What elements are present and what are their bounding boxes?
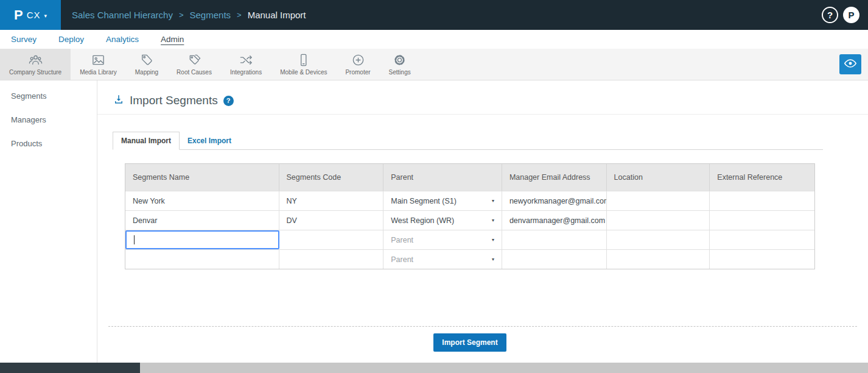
cell-segments-code[interactable]: [279, 230, 384, 249]
dropdown-caret-icon: ▾: [492, 237, 494, 243]
breadcrumb-item[interactable]: Sales Channel Hierarchy: [72, 10, 173, 20]
breadcrumb-current: Manual Import: [248, 10, 306, 20]
cell-manager-email[interactable]: denvarmanager@gmail.com: [502, 211, 607, 230]
bottom-strip-gray: [140, 363, 868, 373]
breadcrumb-item[interactable]: Segments: [190, 10, 231, 20]
eye-icon: [844, 57, 857, 72]
nav-item-survey[interactable]: Survey: [11, 35, 37, 44]
parent-placeholder: Parent: [391, 255, 413, 264]
table-row: Parent ▾: [125, 230, 814, 249]
cell-location[interactable]: [607, 250, 710, 269]
mapping-icon: [139, 53, 153, 67]
cell-manager-email[interactable]: [502, 230, 607, 249]
parent-value: Main Segment (S1): [391, 197, 457, 205]
toolbar-item-mobile-devices[interactable]: Mobile & Devices: [271, 49, 336, 80]
cell-segments-code[interactable]: [279, 250, 384, 269]
sidebar-item-managers[interactable]: Managers: [0, 108, 97, 132]
cell-manager-email[interactable]: [502, 250, 607, 269]
table-row: New York NY Main Segment (S1) ▾ newyorkm…: [125, 191, 814, 210]
nav-item-admin[interactable]: Admin: [161, 35, 184, 44]
column-header-external-reference: External Reference: [710, 164, 814, 191]
cell-segments-name[interactable]: Denvar: [125, 211, 279, 230]
nav-item-analytics[interactable]: Analytics: [106, 35, 139, 44]
form-actions: Import Segment: [125, 333, 815, 352]
cell-external-reference[interactable]: [710, 211, 814, 230]
cell-segments-code[interactable]: DV: [279, 211, 384, 230]
breadcrumb-separator: >: [179, 10, 184, 20]
toolbar-item-label: Mapping: [135, 69, 158, 76]
text-cursor: [134, 235, 135, 244]
promoter-icon: [351, 53, 365, 67]
bottom-strip-dark: [0, 363, 140, 373]
cell-manager-email[interactable]: newyorkmanager@gmail.com: [502, 191, 607, 210]
cell-location[interactable]: [607, 211, 710, 230]
product-name: CX: [27, 10, 41, 20]
dropdown-caret-icon: ▾: [492, 218, 494, 223]
column-header-manager-email: Manager Email Address: [502, 164, 607, 191]
segments-import-table: Segments Name Segments Code Parent Manag…: [125, 163, 815, 269]
admin-toolbar: Company Structure Media Library Mapping: [0, 49, 868, 80]
cell-parent-dropdown[interactable]: West Region (WR) ▾: [383, 211, 502, 230]
cell-parent-dropdown[interactable]: Parent ▾: [383, 230, 502, 249]
section-divider: [108, 326, 857, 327]
toolbar-item-label: Media Library: [80, 69, 117, 76]
cell-location[interactable]: [607, 191, 710, 210]
toolbar-item-label: Company Structure: [9, 69, 61, 76]
product-switcher[interactable]: P CX ▾: [0, 0, 61, 30]
cell-segments-name[interactable]: [125, 250, 279, 269]
page-bottom-strip: [0, 363, 868, 373]
table-row: Denvar DV West Region (WR) ▾ denvarmanag…: [125, 210, 814, 230]
page-body: Segments Managers Products Import Segmen…: [0, 80, 868, 363]
topbar-actions: ? P: [822, 7, 859, 23]
cell-external-reference[interactable]: [710, 230, 814, 249]
preview-button[interactable]: [839, 54, 861, 74]
breadcrumb: Sales Channel Hierarchy > Segments > Man…: [72, 10, 306, 20]
cell-parent-dropdown[interactable]: Parent ▾: [383, 250, 502, 269]
title-help-icon[interactable]: ?: [223, 96, 234, 106]
breadcrumb-separator: >: [237, 10, 242, 20]
tab-manual-import[interactable]: Manual Import: [113, 132, 180, 150]
download-icon: [113, 94, 124, 107]
toolbar-item-company-structure[interactable]: Company Structure: [0, 49, 71, 80]
help-icon[interactable]: ?: [822, 7, 838, 23]
root-causes-icon: [187, 53, 201, 67]
company-structure-icon: [29, 53, 43, 67]
table-header-row: Segments Name Segments Code Parent Manag…: [125, 164, 814, 191]
cell-segments-name[interactable]: New York: [125, 191, 279, 210]
cell-segments-name-focused[interactable]: [125, 230, 279, 249]
column-header-parent: Parent: [383, 164, 502, 191]
media-library-icon: [91, 53, 105, 67]
primary-nav: Survey Deploy Analytics Admin: [0, 30, 868, 49]
cell-location[interactable]: [607, 230, 710, 249]
nav-item-deploy[interactable]: Deploy: [58, 35, 84, 44]
toolbar-item-label: Promoter: [345, 69, 370, 76]
toolbar-item-media-library[interactable]: Media Library: [71, 49, 126, 80]
toolbar-item-promoter[interactable]: Promoter: [336, 49, 379, 80]
toolbar-item-label: Mobile & Devices: [280, 69, 327, 76]
sidebar-item-segments[interactable]: Segments: [0, 84, 97, 108]
import-segment-button[interactable]: Import Segment: [433, 333, 506, 352]
import-tabs: Manual Import Excel Import: [113, 132, 823, 150]
parent-placeholder: Parent: [391, 236, 413, 244]
column-header-segments-name: Segments Name: [125, 164, 279, 191]
avatar[interactable]: P: [843, 7, 859, 23]
tab-excel-import[interactable]: Excel Import: [180, 132, 239, 149]
sidebar-item-products[interactable]: Products: [0, 132, 97, 155]
toolbar-item-root-causes[interactable]: Root Causes: [167, 49, 221, 80]
page-title: Import Segments: [130, 94, 218, 107]
column-header-segments-code: Segments Code: [279, 164, 384, 191]
sidebar: Segments Managers Products: [0, 80, 97, 363]
toolbar-item-integrations[interactable]: Integrations: [221, 49, 271, 80]
cell-external-reference[interactable]: [710, 191, 814, 210]
toolbar-item-mapping[interactable]: Mapping: [126, 49, 167, 80]
parent-value: West Region (WR): [391, 216, 454, 225]
toolbar-item-label: Settings: [389, 69, 411, 76]
column-header-location: Location: [607, 164, 710, 191]
cell-external-reference[interactable]: [710, 250, 814, 269]
cell-segments-code[interactable]: NY: [279, 191, 384, 210]
chevron-down-icon: ▾: [44, 13, 47, 19]
toolbar-item-settings[interactable]: Settings: [380, 49, 420, 80]
cell-parent-dropdown[interactable]: Main Segment (S1) ▾: [383, 191, 502, 210]
table-row: Parent ▾: [125, 249, 814, 269]
page-title-row: Import Segments ?: [97, 80, 868, 115]
